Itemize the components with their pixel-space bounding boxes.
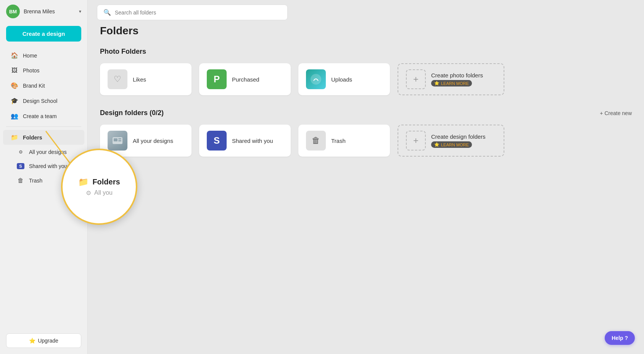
sidebar-item-all-designs[interactable]: ⚙ All your designs bbox=[3, 145, 84, 159]
likes-thumb: ♡ bbox=[108, 69, 127, 89]
upgrade-button[interactable]: ⭐ Upgrade bbox=[6, 333, 81, 348]
photo-folders-title: Photo Folders bbox=[100, 48, 632, 56]
photo-folders-grid: ♡ Likes P Purchased Uploads + Cre bbox=[100, 63, 632, 95]
folder-card-likes[interactable]: ♡ Likes bbox=[100, 63, 192, 95]
help-label: Help ? bbox=[612, 335, 628, 341]
badge-label: LEARN MORE bbox=[441, 143, 469, 147]
create-design-folder-info: Create design folders ⭐ LEARN MORE bbox=[431, 133, 486, 148]
zoom-all-label: All you bbox=[94, 189, 113, 196]
sidebar-item-photos[interactable]: 🖼 Photos bbox=[3, 63, 84, 78]
sidebar-item-home[interactable]: 🏠 Home bbox=[3, 48, 84, 63]
sidebar-divider bbox=[6, 127, 81, 127]
sidebar-item-brand-kit[interactable]: 🎨 Brand Kit bbox=[3, 78, 84, 93]
badge-star-icon: ⭐ bbox=[434, 81, 440, 86]
shared-icon: S bbox=[17, 163, 24, 169]
all-designs-folder-name: All your designs bbox=[133, 138, 173, 144]
sidebar-item-label: Home bbox=[23, 53, 37, 59]
zoom-folder-icon: 📁 bbox=[78, 177, 89, 187]
plus-icon: + bbox=[406, 69, 426, 89]
folder-icon: 📁 bbox=[11, 134, 18, 141]
sidebar-item-label: Design School bbox=[23, 98, 57, 104]
sidebar-item-label: Create a team bbox=[23, 113, 57, 119]
home-icon: 🏠 bbox=[11, 52, 18, 59]
learn-more-badge[interactable]: ⭐ LEARN MORE bbox=[431, 80, 472, 86]
trash-folder-name: Trash bbox=[331, 138, 346, 144]
search-input[interactable] bbox=[115, 10, 281, 16]
search-icon: 🔍 bbox=[103, 9, 111, 16]
upgrade-star-icon: ⭐ bbox=[29, 338, 35, 344]
sidebar-bottom: ⭐ Upgrade bbox=[0, 327, 87, 354]
zoom-folders-item: 📁 Folders bbox=[78, 177, 120, 187]
learn-more-badge-design[interactable]: ⭐ LEARN MORE bbox=[431, 141, 472, 148]
create-photo-folder-name: Create photo folders bbox=[431, 72, 483, 78]
folder-card-purchased[interactable]: P Purchased bbox=[199, 63, 291, 95]
search-box[interactable]: 🔍 bbox=[97, 5, 288, 20]
zoom-folders-label: Folders bbox=[92, 178, 120, 186]
page-title: Folders bbox=[100, 25, 632, 37]
upgrade-label: Upgrade bbox=[38, 338, 58, 344]
purchased-folder-name: Purchased bbox=[232, 76, 259, 83]
svg-rect-2 bbox=[114, 138, 118, 141]
plus-icon: + bbox=[406, 131, 426, 151]
create-team-icon: 👥 bbox=[11, 112, 18, 120]
uploads-thumb bbox=[306, 69, 326, 89]
create-design-folder-card[interactable]: + Create design folders ⭐ LEARN MORE bbox=[398, 125, 504, 157]
badge-star-icon: ⭐ bbox=[434, 142, 440, 147]
create-photo-folder-card[interactable]: + Create photo folders ⭐ LEARN MORE bbox=[398, 63, 504, 95]
create-photo-folder-info: Create photo folders ⭐ LEARN MORE bbox=[431, 72, 483, 86]
folder-card-shared[interactable]: S Shared with you bbox=[199, 125, 291, 157]
svg-rect-4 bbox=[118, 140, 121, 141]
brand-kit-icon: 🎨 bbox=[11, 82, 18, 89]
main-content: 🔍 Folders Photo Folders ♡ Likes P Purcha… bbox=[88, 0, 644, 354]
purchased-thumb: P bbox=[207, 69, 227, 89]
trash-icon: 🗑 bbox=[17, 177, 24, 184]
zoom-overlay: 📁 Folders ⚙ All you bbox=[61, 149, 137, 225]
shared-thumb: S bbox=[207, 131, 227, 151]
badge-label: LEARN MORE bbox=[441, 81, 469, 86]
sidebar-item-label: Brand Kit bbox=[23, 83, 45, 89]
sidebar-all-designs-label: All your designs bbox=[29, 149, 67, 155]
chevron-down-icon: ▾ bbox=[79, 9, 81, 14]
sidebar-folders-label: Folders bbox=[23, 135, 42, 141]
design-school-icon: 🎓 bbox=[11, 97, 18, 104]
user-menu[interactable]: BM Brenna Miles ▾ bbox=[0, 0, 87, 23]
topbar: 🔍 bbox=[88, 0, 644, 25]
trash-thumb: 🗑 bbox=[306, 131, 326, 151]
sidebar-item-folders[interactable]: 📁 Folders bbox=[3, 130, 84, 145]
svg-rect-3 bbox=[118, 138, 121, 139]
design-folders-header: Design folders (0/2) + Create new bbox=[100, 109, 632, 117]
sidebar-item-design-school[interactable]: 🎓 Design School bbox=[3, 93, 84, 108]
likes-folder-name: Likes bbox=[133, 76, 146, 83]
create-design-button[interactable]: Create a design bbox=[6, 26, 81, 42]
uploads-folder-name: Uploads bbox=[331, 76, 352, 83]
design-folders-grid: All your designs S Shared with you 🗑 Tra… bbox=[100, 125, 632, 157]
content-area: Folders Photo Folders ♡ Likes P Purchase… bbox=[88, 25, 644, 183]
folder-card-uploads[interactable]: Uploads bbox=[298, 63, 390, 95]
avatar: BM bbox=[6, 5, 20, 18]
create-design-folder-name: Create design folders bbox=[431, 133, 486, 140]
zoom-all-designs: ⚙ All you bbox=[86, 189, 113, 197]
folder-card-trash[interactable]: 🗑 Trash bbox=[298, 125, 390, 157]
design-folders-title: Design folders (0/2) bbox=[100, 109, 164, 117]
all-designs-thumb bbox=[108, 131, 127, 151]
create-new-link[interactable]: + Create new bbox=[600, 110, 632, 116]
sidebar-item-label: Photos bbox=[23, 67, 40, 74]
sidebar-shared-label: Shared with you bbox=[29, 163, 67, 169]
zoom-all-icon: ⚙ bbox=[86, 189, 91, 197]
all-designs-icon: ⚙ bbox=[17, 149, 24, 155]
photos-icon: 🖼 bbox=[11, 67, 18, 74]
sidebar-trash-label: Trash bbox=[29, 178, 42, 184]
sidebar-item-create-team[interactable]: 👥 Create a team bbox=[3, 109, 84, 123]
user-name: Brenna Miles bbox=[24, 8, 75, 14]
help-button[interactable]: Help ? bbox=[605, 331, 635, 345]
shared-folder-name: Shared with you bbox=[232, 138, 273, 144]
